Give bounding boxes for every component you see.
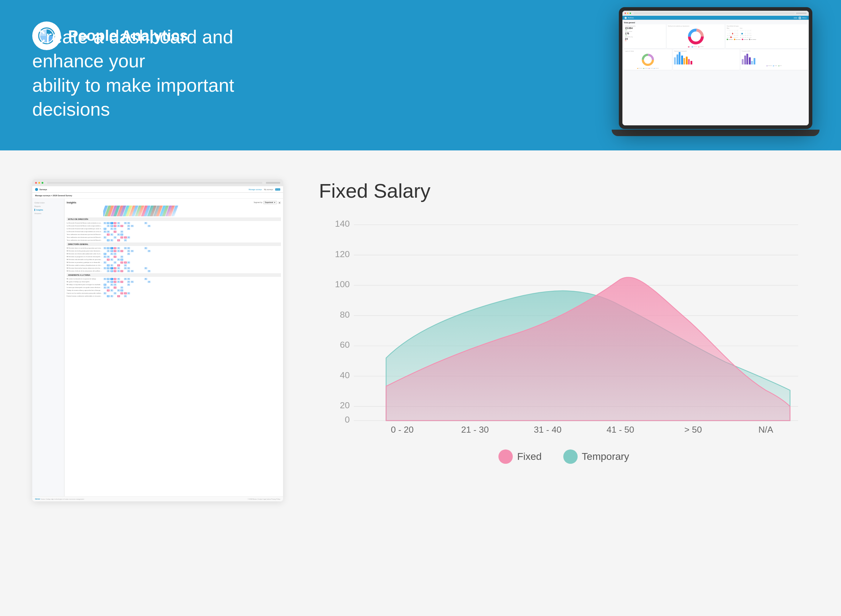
table-row: Tomo suficientes mis decisiones que toma… [67,236,281,239]
section-management: ESTILO DE DIRECCIÓN [67,217,281,221]
table-row: La Dirección General está comprometida p… [67,227,281,230]
table-row: Mi Directora cuida la estima y disciplin… [67,264,281,267]
survey-nav-title: Surveys [40,188,47,191]
sidebar-item-reports[interactable]: Reports [34,205,62,207]
laptop-mockup: Analíticas Melissa Vista general [619,7,819,143]
svg-text:N/A: N/A [758,425,773,434]
department-dropdown[interactable]: Department ▼ [263,201,277,204]
segment-by-label: Segment by [254,202,262,204]
sidebar-item-insights[interactable]: Insights [34,209,62,211]
survey-mockup: Surveys Manage surveys My surveys Survey… [32,179,283,502]
legend-fixed: Fixed [498,449,541,464]
table-row: La tarea que desempeño me ayuda a tener … [67,286,281,289]
table-row: La Dirección General de Bizneo está cent… [67,222,281,224]
svg-text:41 - 50: 41 - 50 [607,425,634,434]
table-row: Mi Directora esta alineada con la políti… [67,258,281,261]
table-row: Mi trabajo es importante para conseguir … [67,283,281,286]
chart-container: 140 120 100 80 60 40 20 0 [319,217,809,467]
svg-text:0: 0 [345,415,350,424]
hero-tagline: Create a dashboard and enhance your abil… [32,25,283,122]
svg-text:40: 40 [340,370,350,380]
table-row: Me gusta el trabajo que desempeño12-11-2… [67,280,281,283]
table-row: Trabajo de manera eficaz y aprovecho bie… [67,289,281,292]
table-row: Tomo suficientes mis decisiones que toma… [67,233,281,236]
svg-text:21 - 30: 21 - 30 [461,425,489,434]
table-row: Existen buenas condiciones ambientales e… [67,295,281,297]
table-row: Mi Directora fomenta las buenas relacion… [67,267,281,269]
table-row: Mi Directora es proactiva y participa en… [67,261,281,264]
svg-text:140: 140 [335,219,350,229]
table-row: Mi Directora se pregunten en el contexto… [67,255,281,258]
insights-title: Insights [67,201,76,204]
table-row: Mi Directora me da las pautas para tomar… [67,249,281,252]
my-surveys-link[interactable]: My surveys [264,188,273,191]
table-row: Me siento involucrado en mi puesto de tr… [67,277,281,280]
svg-text:120: 120 [335,249,350,259]
chart-title: Fixed Salary [319,179,809,202]
temporary-label: Temporary [582,451,629,462]
svg-text:0 - 20: 0 - 20 [391,425,413,434]
salary-chart-svg: 140 120 100 80 60 40 20 0 [319,217,809,439]
svg-point-8 [645,57,651,63]
survey-sidebar: Global vision Reports Insights Answers [32,199,65,502]
svg-text:60: 60 [340,340,350,349]
hero-section: People Analytics Create a dashboard and … [0,0,841,150]
close-button[interactable]: ✕ [278,201,281,204]
svg-text:> 50: > 50 [684,425,702,434]
section-general: DIRECTORÍA GENERAL [67,242,281,246]
survey-breadcrumb: Manage surveys > 2018 General Survey [32,193,283,199]
fixed-label: Fixed [517,451,541,462]
svg-point-4 [692,33,700,40]
chart-section: Fixed Salary 140 120 100 [283,179,809,587]
temporary-swatch [563,449,578,464]
manage-surveys-link[interactable]: Manage surveys [249,188,262,191]
table-row: Mi Directora me informa adecuadamente so… [67,252,281,255]
fixed-swatch [498,449,513,464]
sidebar-item-globalvision[interactable]: Global vision [34,202,62,204]
table-row: Cuento con los medios necesarios para po… [67,292,281,295]
table-row: Tomo suficientes mis decisiones que toma… [67,239,281,241]
section-task: ADHERENTE A LA TAREA [67,273,281,277]
bottom-section: Surveys Manage surveys My surveys Survey… [0,150,841,616]
survey-footer: bizneo bizneo Cutting edge technologies … [32,496,283,502]
table-row: Mi Directora tiene en cuenta las propues… [67,247,281,249]
svg-text:20: 20 [340,400,350,410]
svg-text:80: 80 [340,310,350,320]
chart-legend: Fixed Temporary [319,449,809,464]
table-row: La Dirección General de Bizneo está comp… [67,224,281,227]
legend-temporary: Temporary [563,449,629,464]
table-row: La Dirección General está comprometida c… [67,230,281,233]
table-row: Mi Directora el afrontr de los situacion… [67,270,281,272]
svg-text:31 - 40: 31 - 40 [534,425,562,434]
svg-text:100: 100 [335,279,350,289]
sidebar-item-answers[interactable]: Answers [34,213,62,214]
